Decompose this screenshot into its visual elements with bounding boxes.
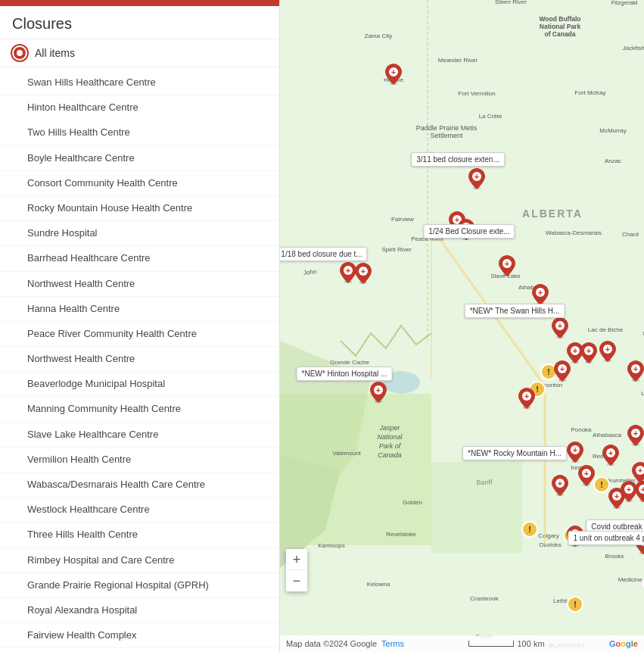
svg-text:Grande Cache: Grande Cache <box>330 359 370 366</box>
svg-text:Ponoka: Ponoka <box>571 426 592 433</box>
map-background: Steen River Zama City Meander River Hicl… <box>280 0 644 652</box>
svg-text:Calgary: Calgary <box>538 532 559 539</box>
sidebar: Closures All items Swan Hills Healthcare… <box>0 0 280 652</box>
list-item[interactable]: Sundre Hospital <box>0 221 279 246</box>
svg-text:Jasper: Jasper <box>378 424 400 432</box>
svg-text:Revelstoke: Revelstoke <box>386 531 416 538</box>
zoom-out-button[interactable]: − <box>286 570 307 591</box>
list-item[interactable]: Hanna Health Centre <box>0 297 279 322</box>
list-item[interactable]: Beaverlodge Municipal Hospital <box>0 372 279 397</box>
svg-text:Golden: Golden <box>403 499 422 506</box>
sidebar-header-bar <box>0 0 279 6</box>
svg-text:Paddle Prairie Metis: Paddle Prairie Metis <box>416 124 478 132</box>
svg-text:Wood Buffalo: Wood Buffalo <box>539 15 580 23</box>
svg-text:Brooks: Brooks <box>605 553 624 560</box>
svg-text:Hiclave: Hiclave <box>384 76 404 83</box>
zoom-in-button[interactable]: + <box>286 549 307 570</box>
list-item[interactable]: Westlock Healthcare Centre <box>0 498 279 523</box>
list-item[interactable]: Barrhead Healthcare Centre <box>0 246 279 271</box>
map-svg: Steen River Zama City Meander River Hicl… <box>280 0 644 652</box>
svg-text:Anzac: Anzac <box>605 158 621 164</box>
sidebar-title: Closures <box>12 15 267 33</box>
svg-text:Drumheller: Drumheller <box>605 477 635 484</box>
terms-link[interactable]: Terms <box>381 639 404 648</box>
svg-point-2 <box>382 371 420 394</box>
list-item[interactable]: Northwest Health Centre <box>0 347 279 372</box>
svg-text:Steen River: Steen River <box>495 0 527 5</box>
svg-text:Kelowna: Kelowna <box>367 581 390 588</box>
all-items-row[interactable]: All items <box>0 39 279 67</box>
list-item[interactable]: Royal Alexandra Hospital <box>0 598 279 623</box>
list-item[interactable]: Swan Hills Healthcare Centre <box>0 70 279 95</box>
svg-text:Park of: Park of <box>379 442 402 450</box>
list-item[interactable]: Two Hills Health Centre <box>0 120 279 145</box>
svg-text:Athabasca: Athabasca <box>593 432 621 438</box>
scale-label: 100 km <box>517 639 544 648</box>
google-logo: Google <box>609 639 638 648</box>
scale-line <box>468 641 514 647</box>
svg-text:Valemount: Valemount <box>332 450 361 457</box>
svg-text:Kamloops: Kamloops <box>318 542 345 549</box>
svg-text:Settlement: Settlement <box>430 132 463 139</box>
svg-text:Red Deer: Red Deer <box>593 453 619 460</box>
svg-text:Okotoks: Okotoks <box>539 541 561 548</box>
svg-rect-5 <box>280 394 431 545</box>
svg-text:ALBERTA: ALBERTA <box>522 207 583 220</box>
list-item[interactable]: Northwest Health Centre <box>0 272 279 297</box>
svg-rect-48 <box>431 462 522 553</box>
all-items-label: All items <box>35 47 75 59</box>
sidebar-title-bar: Closures <box>0 6 279 39</box>
list-item[interactable]: Slave Lake Healthcare Centre <box>0 423 279 448</box>
svg-text:National Park: National Park <box>540 23 581 30</box>
svg-text:Medicine Hat: Medicine Hat <box>618 576 644 583</box>
svg-text:Meander River: Meander River <box>438 57 478 64</box>
svg-text:Fairview: Fairview <box>391 216 414 223</box>
svg-text:Fort Vermilion: Fort Vermilion <box>458 90 495 97</box>
map-attribution: Map data ©2024 Google Terms <box>286 639 404 648</box>
scale-bar: 100 km <box>468 639 544 648</box>
svg-text:Edmonton: Edmonton <box>535 382 562 388</box>
all-items-icon <box>12 45 27 61</box>
svg-text:National: National <box>377 433 403 441</box>
items-list: Swan Hills Healthcare CentreHinton Healt… <box>0 67 279 652</box>
list-item[interactable]: Grande Prairie Regional Hospital (GPRH) <box>0 573 279 598</box>
svg-text:Zama City: Zama City <box>365 33 392 39</box>
svg-text:Lac de Biche: Lac de Biche <box>588 326 624 333</box>
svg-text:Chard: Chard <box>622 231 639 238</box>
svg-text:Innisfail: Innisfail <box>571 464 591 471</box>
svg-text:Athabasca: Athabasca <box>518 284 547 291</box>
svg-text:Fitzgerald: Fitzgerald <box>611 0 637 6</box>
svg-text:Cranbrook: Cranbrook <box>470 595 499 602</box>
map-data-text: Map data ©2024 Google <box>286 639 377 648</box>
list-item[interactable]: Boyle Healthcare Centre <box>0 146 279 171</box>
map-footer: Map data ©2024 Google Terms 100 km Googl… <box>280 635 644 652</box>
list-item[interactable]: Peace River Community Health Centre <box>0 322 279 347</box>
map-container[interactable]: Steen River Zama City Meander River Hicl… <box>280 0 644 652</box>
list-item[interactable]: Wabasca/Desmarais Health Care Centre <box>0 473 279 498</box>
list-item[interactable]: Rimbey Hospital and Care Centre <box>0 548 279 573</box>
list-item[interactable]: Fairview Health Complex <box>0 623 279 648</box>
list-item[interactable]: Vermilion Health Centre <box>0 448 279 473</box>
svg-text:John: John <box>303 268 317 276</box>
svg-text:Fort McKay: Fort McKay <box>575 89 606 96</box>
list-item[interactable]: Three Hills Health Centre <box>0 523 279 547</box>
svg-text:of Canada: of Canada <box>544 30 575 38</box>
svg-text:Slave Lake: Slave Lake <box>490 273 521 279</box>
zoom-controls: + − <box>286 549 307 591</box>
svg-text:Spirit River: Spirit River <box>381 246 411 253</box>
list-item[interactable]: Rocky Mountain House Health Centre <box>0 196 279 221</box>
list-item[interactable]: Consort Community Health Centre <box>0 171 279 196</box>
list-item[interactable]: Manning Community Health Centre <box>0 397 279 422</box>
svg-text:Wabasca-Desmarais: Wabasca-Desmarais <box>546 229 602 236</box>
list-item[interactable]: Hinton Healthcare Centre <box>0 95 279 120</box>
svg-text:La Crête: La Crête <box>479 113 502 120</box>
svg-text:Lethbridge: Lethbridge <box>553 597 582 604</box>
svg-text:Lloydminster: Lloydminster <box>641 390 644 397</box>
svg-text:McMurray: McMurray <box>599 127 627 134</box>
list-item[interactable]: George McDougall - Smoky Lake Healthc... <box>0 648 279 652</box>
svg-text:Canada: Canada <box>378 451 402 459</box>
svg-text:Jackfish Lake: Jackfish Lake <box>623 45 644 51</box>
